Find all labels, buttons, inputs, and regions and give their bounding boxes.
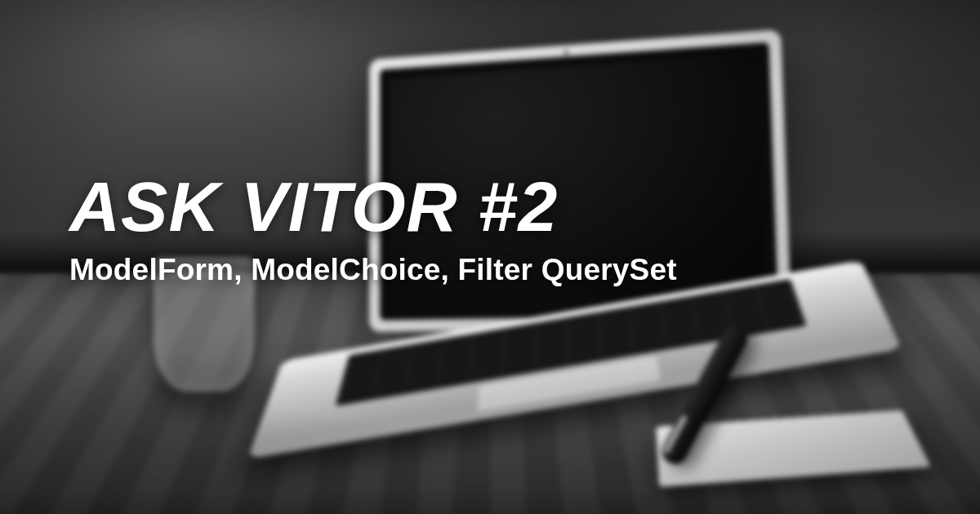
hero-title: ASK VITOR #2	[69, 171, 677, 241]
hero-subtitle: ModelForm, ModelChoice, Filter QuerySet	[69, 253, 677, 287]
webcam-icon	[564, 50, 568, 55]
hero-text-block: ASK VITOR #2 ModelForm, ModelChoice, Fil…	[69, 171, 677, 287]
